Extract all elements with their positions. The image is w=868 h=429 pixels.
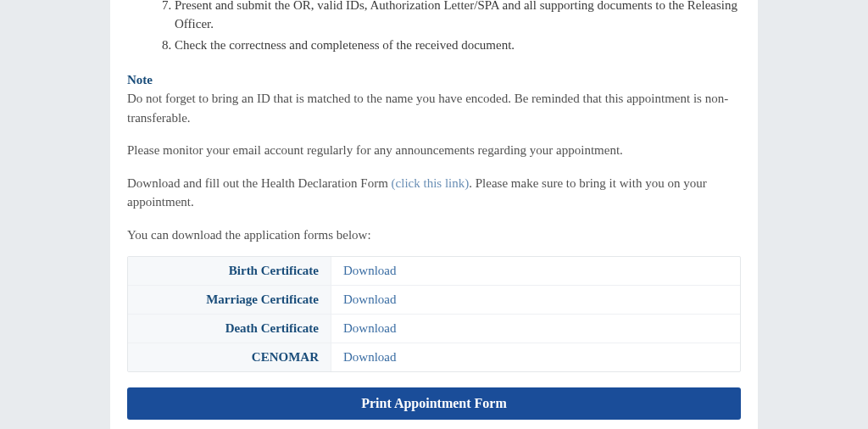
form-label: Birth Certificate <box>128 257 331 285</box>
download-link-birth[interactable]: Download <box>331 257 409 285</box>
download-link-cenomar[interactable]: Download <box>331 343 409 371</box>
content-card: Proceed to the Releasing Area on the sch… <box>110 0 758 429</box>
form-row-birth: Birth Certificate Download <box>128 257 740 286</box>
note-heading: Note <box>127 73 741 87</box>
form-row-marriage: Marriage Certificate Download <box>128 286 740 315</box>
note-paragraph: Please monitor your email account regula… <box>127 141 741 160</box>
note-text: Download and fill out the Health Declara… <box>127 176 392 190</box>
forms-table: Birth Certificate Download Marriage Cert… <box>127 256 741 372</box>
instruction-item: Present and submit the OR, valid IDs, Au… <box>175 0 741 34</box>
instruction-list: Proceed to the Releasing Area on the sch… <box>127 0 741 54</box>
download-link-marriage[interactable]: Download <box>331 286 409 314</box>
instruction-item: Check the correctness and completeness o… <box>175 36 741 55</box>
form-label: Death Certificate <box>128 315 331 343</box>
note-paragraph: You can download the application forms b… <box>127 226 741 245</box>
note-paragraph: Do not forget to bring an ID that is mat… <box>127 89 741 127</box>
form-row-death: Death Certificate Download <box>128 315 740 343</box>
form-label: CENOMAR <box>128 343 331 371</box>
note-paragraph: Download and fill out the Health Declara… <box>127 174 741 212</box>
health-declaration-link[interactable]: (click this link) <box>392 176 470 190</box>
download-link-death[interactable]: Download <box>331 315 409 343</box>
form-row-cenomar: CENOMAR Download <box>128 343 740 371</box>
form-label: Marriage Certificate <box>128 286 331 314</box>
print-appointment-button[interactable]: Print Appointment Form <box>127 387 741 420</box>
